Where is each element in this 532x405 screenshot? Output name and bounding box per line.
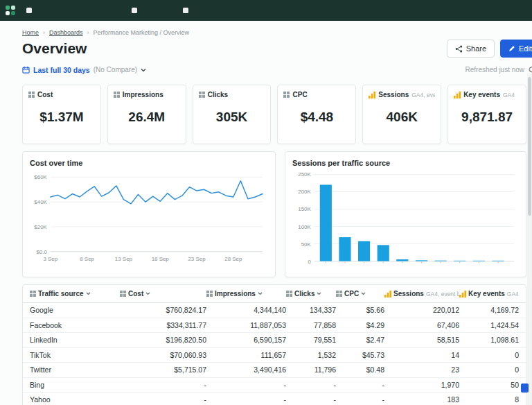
edit-button-label: Edit [519,44,532,53]
value-cell: - [120,395,206,404]
breadcrumb-dashboards-link[interactable]: Dashboards [49,29,83,36]
date-range-label[interactable]: Last full 30 days [33,66,90,74]
kpi-card-cost[interactable]: Cost $1.37M [22,85,101,144]
app-logo-icon[interactable] [6,6,15,15]
value-cell: 111,657 [206,351,286,359]
svg-text:150K: 150K [298,206,311,212]
table-row[interactable]: TikTok$70,060.93111,6571,532$45.73140 [23,348,526,363]
column-header-key-events[interactable]: Key eventsGA4 [459,290,519,298]
breadcrumb: Home › Dashboards › Performance Marketin… [22,29,532,36]
vertical-scrollbar[interactable] [527,74,532,405]
kpi-card-clicks[interactable]: Clicks 305K [193,85,272,144]
value-cell: 3,490,416 [206,365,286,374]
value-cell: 77,858 [286,321,336,329]
kpi-value: 9,871.87 [454,110,520,125]
traffic-source-cell: Facebook [30,321,120,329]
breadcrumb-home-link[interactable]: Home [22,29,39,36]
svg-text:23 Sep: 23 Sep [188,256,206,262]
column-header-traffic-source[interactable]: Traffic source [30,290,120,298]
svg-text:$20K: $20K [34,224,47,230]
value-cell: 1,970 [384,381,459,389]
value-cell: $196,820.50 [120,336,206,344]
traffic-source-table: Traffic sourceCostImpressionsClicksCPCSe… [22,284,526,405]
share-button[interactable]: Share [447,40,495,58]
traffic-source-cell: Google [30,306,120,314]
cost-over-time-chart[interactable]: Cost over time $0.0$20K$40K$60K3 Sep8 Se… [22,151,276,277]
traffic-source-cell: TikTok [30,351,120,359]
kpi-label: Sessions [378,91,409,98]
dashboard-app: Home › Dashboards › Performance Marketin… [0,0,532,405]
traffic-source-cell: Bing [30,381,120,389]
value-cell: 8 [459,395,519,404]
value-cell: 183 [384,395,459,404]
scrollbar-thumb[interactable] [528,77,531,216]
kpi-card-impressions[interactable]: Impressions 26.4M [107,85,186,144]
value-cell: 11,887,053 [206,321,286,329]
sort-chevron-icon [258,292,263,295]
sort-chevron-icon [361,292,366,295]
column-header-sessions[interactable]: SessionsGA4, event based [384,290,459,298]
svg-text:18 Sep: 18 Sep [152,256,170,262]
table-row[interactable]: Yahoo----1838 [23,393,526,405]
ga4-bars-icon [369,92,375,98]
sort-chevron-icon [86,292,91,295]
value-cell: - [120,381,206,389]
breadcrumb-current: Performance Marketing / Overview [94,29,190,36]
kpi-value: 406K [369,110,435,125]
ga4-bars-icon [454,92,461,98]
app-header [0,0,532,21]
value-cell: 1,424.54 [459,321,519,329]
sessions-per-source-chart[interactable]: Sessions per traffic source 050K100K150K… [285,151,526,277]
table-row[interactable]: Twitter$5,715.073,490,41611,796$0.48230 [23,363,526,378]
grid-icon [199,92,205,98]
kpi-card-cpc[interactable]: CPC $4.48 [277,85,356,144]
svg-text:28 Sep: 28 Sep [224,256,242,262]
value-cell: - [336,395,384,404]
value-cell: 11,796 [286,365,336,374]
date-range-filter[interactable]: Last full 30 days (No Compare) [22,66,146,74]
kpi-suffix: GA4, event based [411,92,435,98]
column-header-cost[interactable]: Cost [120,290,206,298]
edit-button[interactable]: Edit [500,40,532,58]
topbar-nav-icon[interactable] [26,8,32,13]
value-cell: 50 [459,381,519,389]
kpi-label: Cost [37,91,53,98]
kpi-card-key-events[interactable]: Key events GA4 9,871.87 [447,85,526,144]
value-cell: - [206,395,286,404]
svg-text:$40K: $40K [34,199,47,205]
floating-widget-cut[interactable] [521,384,529,393]
traffic-source-cell: LinkedIn [30,336,120,344]
value-cell: $45.73 [336,351,384,359]
kpi-value: 305K [199,110,265,125]
value-cell: - [286,381,336,389]
value-cell: 220,012 [384,306,459,314]
kpi-row: Cost $1.37M Impressions 26.4M Clicks 305… [22,85,526,144]
kpi-card-sessions[interactable]: Sessions GA4, event based 406K [362,85,441,144]
kpi-label: Key events [463,91,500,98]
table-row[interactable]: Bing----1,97050 [23,378,526,393]
page-title: Overview [22,40,87,57]
value-cell: - [286,395,336,404]
column-header-clicks[interactable]: Clicks [286,290,336,298]
grid-icon [120,291,126,297]
pencil-icon [508,45,515,52]
grid-icon [283,92,290,98]
breadcrumb-separator: › [43,29,45,36]
share-button-label: Share [466,44,486,53]
column-header-impressions[interactable]: Impressions [206,290,286,298]
kpi-label: Clicks [208,91,228,98]
charts-row: Cost over time $0.0$20K$40K$60K3 Sep8 Se… [22,151,526,277]
value-cell: 0 [459,351,519,359]
svg-text:8 Sep: 8 Sep [80,256,94,262]
topbar-nav-icon[interactable] [183,8,188,13]
value-cell: 23 [384,365,459,374]
table-row[interactable]: Google$760,824.174,344,140134,337$5.6622… [23,303,526,318]
bar-chart-canvas: 050K100K150K200K250K [292,170,519,271]
column-header-cpc[interactable]: CPC [336,290,384,298]
topbar-nav-icon[interactable] [132,8,137,13]
table-row[interactable]: LinkedIn$196,820.506,590,15779,551$2.475… [23,333,526,348]
value-cell: - [336,381,384,389]
svg-text:100K: 100K [298,224,311,230]
ga4-bars-icon [384,291,391,298]
table-row[interactable]: Facebook$334,311.7711,887,05377,858$4.29… [23,318,526,334]
